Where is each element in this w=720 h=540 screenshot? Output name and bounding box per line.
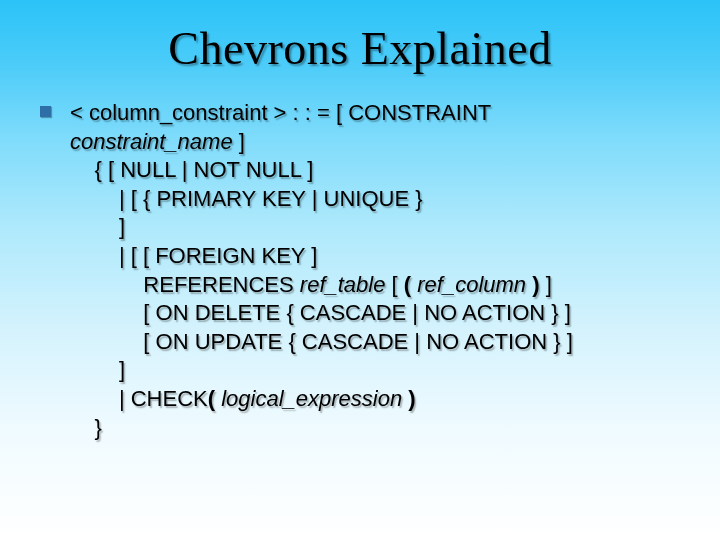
slide: Chevrons Explained < column_constraint >… — [0, 0, 720, 540]
grammar-line-9: ] — [70, 356, 690, 385]
grammar-line-7: [ ON DELETE { CASCADE | NO ACTION } ] — [70, 299, 690, 328]
grammar-line-5: | [ [ FOREIGN KEY ] — [70, 242, 690, 271]
grammar-line-8: [ ON UPDATE { CASCADE | NO ACTION } ] — [70, 328, 690, 357]
grammar-line-0: < column_constraint > : : = [ CONSTRAINT — [70, 99, 690, 128]
grammar-line-2: { [ NULL | NOT NULL ] — [70, 156, 690, 185]
bullet-icon — [40, 106, 51, 117]
grammar-line-11: } — [70, 414, 690, 443]
grammar-line-6: REFERENCES ref_table [ ( ref_column ) ] — [70, 271, 690, 300]
grammar-line-10: | CHECK( logical_expression ) — [70, 385, 690, 414]
grammar-line-4: ] — [70, 213, 690, 242]
grammar-line-3: | [ { PRIMARY KEY | UNIQUE } — [70, 185, 690, 214]
grammar-line-1: constraint_name ] — [70, 128, 690, 157]
body-content: < column_constraint > : : = [ CONSTRAINT… — [0, 99, 720, 442]
slide-title: Chevrons Explained — [0, 22, 720, 75]
